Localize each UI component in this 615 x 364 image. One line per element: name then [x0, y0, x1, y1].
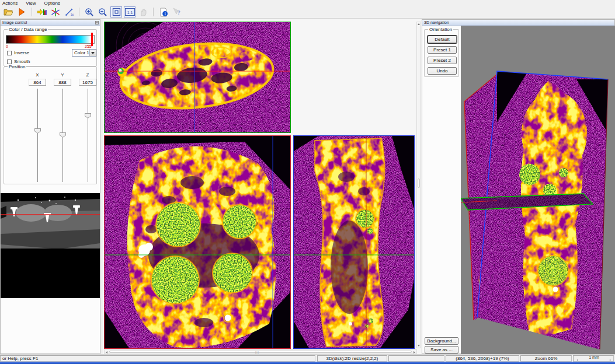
color-gradient-bar[interactable]: [6, 35, 95, 44]
menu-bar: Actions View Options: [0, 0, 615, 6]
pan-hand-icon: [139, 8, 147, 16]
actual-size-icon: 1:1: [125, 8, 135, 16]
vertical-scrollbar[interactable]: [416, 22, 421, 348]
3d-axes-button[interactable]: [50, 6, 61, 18]
toolbar-separator: [79, 8, 79, 16]
x-axis-label: X: [26, 72, 49, 78]
open-file-button[interactable]: [2, 6, 14, 18]
range-min-label: 0: [6, 44, 8, 48]
vertical-scroll-thumb[interactable]: [418, 178, 420, 188]
status-dataset-text: 3D(disk):2D resize(2,2,2): [326, 356, 378, 361]
scroll-up-icon[interactable]: [418, 23, 420, 25]
app-window: Actions View Options 3d 1:: [0, 0, 615, 364]
scroll-down-icon[interactable]: [418, 345, 420, 346]
image-control-panel: Image control × Color / Data range 0 255…: [0, 19, 100, 354]
image-control-title: Image control: [2, 20, 27, 24]
orientation-group: Orientation Default Preset 1 Preset 2 Un…: [424, 29, 459, 77]
orientation-preset1-button[interactable]: Preset 1: [428, 46, 457, 54]
zoom-in-button[interactable]: [84, 6, 95, 18]
help-icon: ?: [173, 8, 182, 16]
info-icon: [159, 8, 168, 17]
nav3d-panel: 3D navigation Orientation Default Preset…: [422, 19, 615, 354]
x-slider-handle[interactable]: [34, 128, 41, 134]
x-position-value[interactable]: 864: [29, 79, 46, 86]
position-label: Position: [8, 64, 26, 69]
palette-dropdown[interactable]: Color 1: [72, 49, 96, 57]
menu-options[interactable]: Options: [44, 1, 60, 6]
dataset-colors-button[interactable]: [36, 6, 48, 18]
zoom-out-button[interactable]: [97, 6, 109, 18]
run-button[interactable]: [16, 6, 27, 18]
zoom-in-icon: [85, 8, 94, 17]
y-slider-handle[interactable]: [60, 132, 66, 138]
actual-size-button[interactable]: 1:1: [124, 6, 135, 18]
sagittal-slice-view[interactable]: [293, 135, 415, 349]
orientation-undo-button[interactable]: Undo: [428, 67, 457, 75]
y-position-value[interactable]: 888: [54, 79, 71, 86]
panel-close-icon[interactable]: ×: [95, 21, 99, 24]
status-zoom: Zoom 66%: [520, 355, 572, 362]
move-arrows-icon: 3d: [64, 8, 74, 17]
menu-view[interactable]: View: [26, 1, 36, 6]
inverse-label: Inverse: [14, 50, 29, 55]
svg-text:?: ?: [177, 9, 180, 16]
coronal-slice-view[interactable]: [104, 135, 291, 349]
status-bar: or Help, press F1 3D(disk):2D resize(2,2…: [0, 354, 615, 362]
info-button[interactable]: [158, 6, 169, 18]
smooth-checkbox[interactable]: [7, 60, 12, 64]
z-position-value[interactable]: 1675: [79, 79, 96, 86]
y-axis-label: Y: [51, 72, 74, 78]
inverse-checkbox[interactable]: [7, 51, 12, 55]
range-max-label: 255: [85, 44, 92, 48]
scout-preview-image: [1, 193, 100, 298]
slice-views-area: |||: [103, 19, 422, 354]
scale-bar: 1 mm: [578, 356, 610, 362]
nav3d-header: 3D navigation: [422, 20, 614, 26]
3d-axes-icon: [51, 8, 60, 17]
scout-preview[interactable]: [1, 193, 100, 298]
scroll-left-icon[interactable]: [106, 351, 107, 354]
z-slider-track[interactable]: [88, 89, 88, 182]
z-axis-label: Z: [76, 72, 99, 78]
status-help-text: or Help, press F1: [2, 356, 38, 361]
help-button[interactable]: ?: [171, 6, 183, 18]
position-group: Position X Y Z 864 888 1675: [4, 66, 97, 184]
viewport-3d[interactable]: [461, 26, 615, 354]
z-slider-handle[interactable]: [85, 113, 91, 118]
status-position: (864, 536, 2068)+19 (7%): [446, 355, 519, 362]
save-as-button[interactable]: Save as ...: [425, 346, 458, 354]
status-zoom-text: Zoom 66%: [535, 356, 558, 361]
status-scale: 1 mm: [573, 355, 614, 362]
nav3d-title: 3D navigation: [424, 20, 449, 24]
viewport-3d-scene: [461, 26, 615, 354]
toolbar-separator: [32, 8, 32, 16]
open-folder-icon: [4, 8, 13, 16]
color-range-group: Color / Data range 0 255 Inverse Color 1…: [4, 29, 97, 66]
pan-button[interactable]: [137, 6, 149, 18]
orientation-default-button[interactable]: Default: [428, 36, 457, 43]
smooth-checkbox-row: Smooth: [7, 59, 30, 64]
x-slider-track[interactable]: [37, 89, 38, 182]
orientation-preset2-button[interactable]: Preset 2: [428, 57, 457, 64]
horizontal-scrollbar[interactable]: |||: [104, 349, 417, 354]
background-button[interactable]: Background...: [425, 337, 458, 345]
chevron-down-icon[interactable]: [89, 50, 96, 56]
horizontal-scroll-thumb[interactable]: [109, 351, 412, 353]
resize-arrows-button[interactable]: 3d: [63, 6, 75, 18]
status-help: or Help, press F1: [0, 355, 315, 362]
inverse-checkbox-row: Inverse: [7, 50, 29, 55]
taskbar-edge: [0, 362, 615, 364]
palette-selected-value: Color 1: [74, 50, 89, 55]
fit-to-window-button[interactable]: [110, 6, 122, 18]
play-icon: [18, 8, 26, 16]
zoom-out-icon: [98, 8, 107, 17]
color-range-label: Color / Data range: [8, 27, 48, 32]
axial-slice-view[interactable]: [104, 22, 291, 133]
smooth-label: Smooth: [14, 59, 30, 64]
status-position-text: (864, 536, 2068)+19 (7%): [456, 356, 509, 361]
status-dataset: 3D(disk):2D resize(2,2,2): [317, 355, 387, 362]
orientation-label: Orientation: [428, 27, 453, 32]
toolbar: 3d 1:1 ?: [0, 6, 615, 19]
scroll-right-icon[interactable]: [414, 351, 415, 354]
menu-actions[interactable]: Actions: [2, 1, 18, 6]
